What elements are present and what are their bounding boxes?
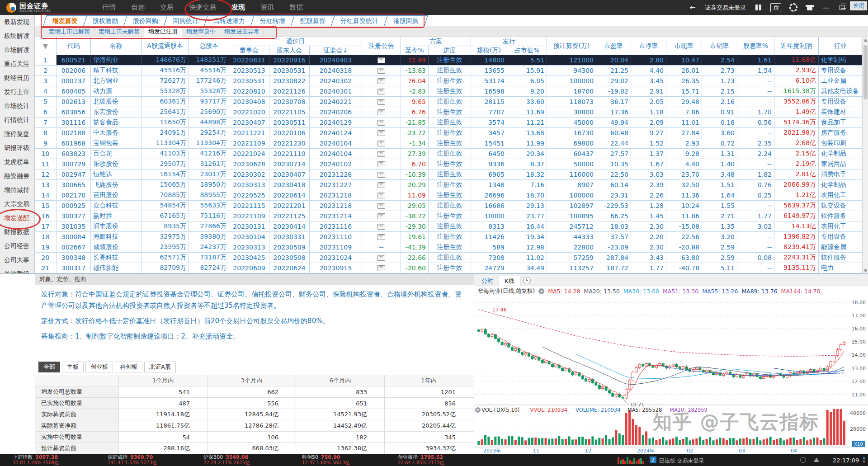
column-header-mcap_pct[interactable]: 占市值% — [507, 46, 547, 55]
announcement-mail-icon[interactable] — [377, 57, 385, 63]
announcement-mail-icon[interactable] — [377, 193, 385, 198]
table-row-300665[interactable]: 13300665飞鹿股份15065万18950万2023031320230418… — [35, 180, 862, 190]
history-clock-icon[interactable] — [523, 277, 531, 284]
announcement-mail-icon[interactable] — [377, 89, 385, 94]
announcement-mail-icon[interactable] — [377, 151, 385, 157]
scrollbar-thumb[interactable] — [863, 45, 868, 99]
subtab-增发已注册[interactable]: 增发已注册 — [144, 26, 182, 37]
table-row-300348[interactable]: 20300348长亮科技62571万73187万2023042520230508… — [35, 253, 862, 263]
table-row-600521[interactable]: 1600521华海药业146676万148251万202208312022091… — [35, 55, 862, 66]
announcement-mail-icon[interactable] — [377, 213, 385, 219]
sidebar-item-板块解读[interactable]: 板块解读 — [0, 29, 34, 43]
board-tab-主板[interactable]: 主板 — [62, 362, 84, 372]
sidebar-item-公司大事[interactable]: 公司大事 — [0, 253, 34, 267]
index-quote-上证指数[interactable]: 上证指数3057.3837.01 1.26% 4508亿 — [13, 455, 59, 466]
table-row-000737[interactable]: 3000737北方铜业72627万177246万2023053120230822… — [35, 76, 862, 86]
scroll-down-icon[interactable]: ▼ — [864, 269, 868, 273]
table-row-301035[interactable]: 17301035润丰股份8935万27866万20230131202304142… — [35, 221, 862, 232]
column-header-announce[interactable]: 注册公告 — [362, 37, 401, 55]
login-status[interactable]: 证券交易未登录 — [705, 4, 746, 12]
subtab-定增上市已解禁[interactable]: 定增上市已解禁 — [45, 26, 94, 37]
clock-status-icon[interactable] — [800, 457, 806, 463]
table-row-000925[interactable]: 15000925众合科技54854万55633万2022111520221201… — [35, 201, 862, 211]
restore-icon[interactable] — [838, 4, 846, 12]
chart-tab-K线[interactable]: K线 — [499, 276, 520, 286]
chart-tab-分时[interactable]: 分时 — [476, 276, 499, 286]
column-header-pb[interactable]: 市净率 — [631, 37, 666, 55]
table-row-603823[interactable]: 10603823百合花41103万41216万20221024202211102… — [35, 149, 862, 159]
theme-shirt-icon[interactable] — [806, 4, 814, 12]
chevron-down-icon[interactable] — [538, 288, 544, 294]
sidebar-item-财经日历[interactable]: 财经日历 — [0, 71, 34, 85]
sidebar-item-研报评级[interactable]: 研报评级 — [0, 141, 34, 155]
close-page-link[interactable]: 关闭 — [850, 1, 867, 10]
signal-status-icon[interactable] — [814, 457, 819, 462]
layout-grid-icon[interactable] — [754, 4, 762, 12]
column-header-ps[interactable]: 市销率 — [702, 37, 737, 55]
table-row-002006[interactable]: 2002006精工科技45516万45516万20230513202305312… — [35, 66, 862, 76]
sidebar-item-市场解读[interactable]: 市场解读 — [0, 43, 34, 57]
index-quote-科创50[interactable]: 科创50750.9012.47 1.60% 560.3亿 — [302, 455, 349, 466]
column-header-pcf[interactable]: 市现率 — [666, 37, 702, 55]
column-header-industry[interactable]: 行业 — [819, 37, 862, 55]
menu-item-数据[interactable]: 数据 — [285, 1, 307, 14]
menu-item-自选[interactable]: 自选 — [127, 1, 149, 14]
index-quote-创业板指[interactable]: 创业板指1795.5222.64 1.85% 2173亿 — [398, 455, 444, 466]
column-header-progress[interactable]: 进度 — [429, 46, 471, 55]
formula-fx-icon[interactable]: fx — [770, 3, 781, 12]
menu-item-交易[interactable]: 交易 — [156, 1, 178, 14]
table-row-300317[interactable]: 21300317珈伟新能82709万82724万2022060920220624… — [35, 263, 862, 273]
tab-分红募资统计[interactable]: 分红募资统计 — [331, 15, 387, 26]
announcement-mail-icon[interactable] — [377, 130, 385, 136]
menu-item-快捷交易[interactable]: 快捷交易 — [184, 1, 221, 14]
gear-icon[interactable] — [789, 4, 797, 12]
scroll-arrows[interactable]: ▲▼ — [863, 456, 865, 464]
column-header-float_shares[interactable]: A股流通股本 — [142, 37, 189, 55]
table-row-002188[interactable]: 8002188中天服务24091万29254万20211221202201062… — [35, 128, 862, 138]
menu-item-发现[interactable]: 发现 — [227, 1, 250, 14]
board-tab-创业板[interactable]: 创业板 — [85, 362, 113, 372]
column-header-idx[interactable]: ▼ — [35, 37, 57, 55]
table-row-300084[interactable]: 18300084海默科技32975万39380万2023010420230331… — [35, 232, 862, 242]
announcement-mail-icon[interactable] — [377, 234, 385, 240]
sidebar-item-增发送配[interactable]: 增发送配 — [0, 211, 34, 225]
menu-item-资讯[interactable]: 资讯 — [256, 1, 278, 14]
column-header-pe[interactable]: 市盈率 — [596, 37, 631, 55]
table-scrollbar[interactable]: ▲ ▼ — [862, 37, 868, 273]
sidebar-item-增持减持[interactable]: 增持减持 — [0, 183, 34, 197]
board-tab-全部[interactable]: 全部 — [38, 362, 60, 372]
subtab-增发审议中[interactable]: 增发审议中 — [182, 26, 220, 37]
column-header-shareholder_date[interactable]: 股东大会 — [269, 46, 310, 55]
column-header-total_shares[interactable]: 总股本 — [189, 37, 229, 55]
column-header-csrc_date[interactable]: 证监会↓ — [310, 46, 362, 55]
announcement-mail-icon[interactable] — [377, 224, 385, 230]
column-header-code[interactable]: 代码 — [57, 37, 91, 55]
table-row-300729[interactable]: 11300729乐歌股份29507万31261万2023062820230714… — [35, 159, 862, 169]
connection-count-badge[interactable]: 2 — [650, 457, 656, 463]
table-row-300377[interactable]: 16300377赢时胜67165万75116万20221109202211252… — [35, 211, 862, 221]
table-row-002667[interactable]: 19002667威领股份23595万24237万2023031320230509… — [35, 242, 862, 253]
index-quote-深证成指[interactable]: 深证成指9369.70141.47 1.53% 5273亿 — [108, 455, 157, 466]
tab-回购统计[interactable]: 回购统计 — [164, 15, 208, 26]
subtab-增发进度异常[interactable]: 增发进度异常 — [220, 26, 264, 37]
announcement-mail-icon[interactable] — [377, 182, 385, 188]
tab-股份回购[interactable]: 股份回购 — [123, 15, 167, 26]
sidebar-item-公司经营[interactable]: 公司经营 — [0, 239, 34, 253]
sidebar-item-龙虎榜单[interactable]: 龙虎榜单 — [0, 155, 34, 169]
column-header-name[interactable]: 名称 — [91, 37, 142, 55]
sidebar-item-发行上市[interactable]: 发行上市 — [0, 85, 34, 99]
index-quote-沪深300[interactable]: 沪深3003549.0872.24 2.11% 2675亿 — [203, 455, 250, 466]
sidebar-item-最新发现[interactable]: 最新发现 — [0, 15, 34, 29]
announcement-mail-icon[interactable] — [377, 141, 385, 146]
tab-港股回购[interactable]: 港股回购 — [384, 15, 428, 26]
announcement-mail-icon[interactable] — [377, 120, 385, 126]
table-row-002613[interactable]: 5002613北玻股份60361万93717万20230408202307082… — [35, 97, 862, 107]
column-header-chg_pct[interactable]: 至今% — [401, 46, 429, 55]
column-header-profit[interactable]: 近年度利润 — [774, 37, 819, 55]
announcement-mail-icon[interactable] — [377, 265, 385, 271]
table-row-600405[interactable]: 4600405动力源55328万55328万202208102022112620… — [35, 86, 862, 97]
scroll-up-icon[interactable]: ▲ — [864, 38, 868, 42]
subtab-定增上市未解禁[interactable]: 定增上市未解禁 — [94, 26, 144, 37]
column-header-scale[interactable]: 规模(万) — [471, 46, 507, 55]
column-header-raise[interactable]: 预计募资(万) — [547, 37, 596, 55]
